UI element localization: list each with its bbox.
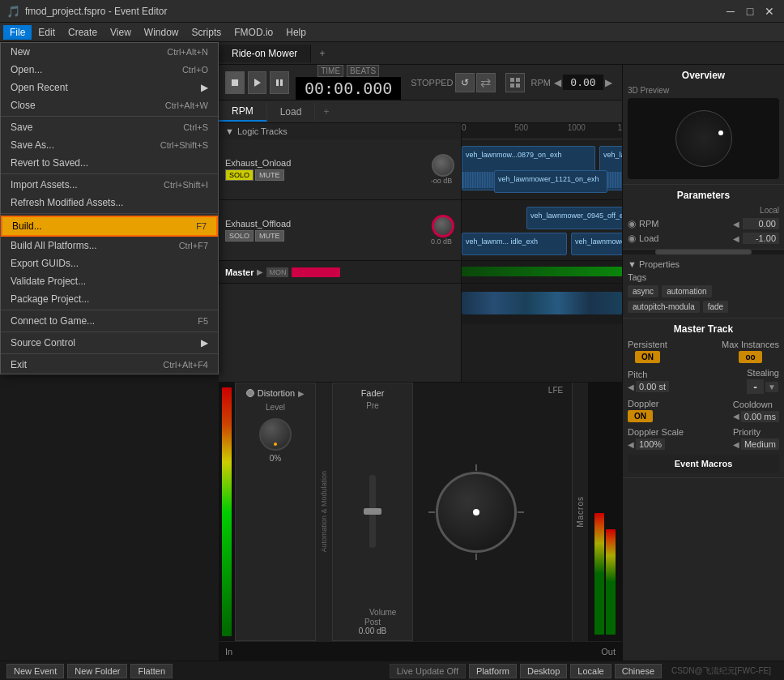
svg-rect-1 xyxy=(516,78,520,82)
platform-value[interactable]: Desktop xyxy=(520,664,567,678)
pause-button[interactable] xyxy=(270,71,289,94)
menu-item-exit[interactable]: Exit Ctrl+Alt+F4 xyxy=(1,356,218,374)
tag-autopitch: autopitch-modula xyxy=(628,301,700,313)
distortion-play-button[interactable]: ▶ xyxy=(298,389,305,398)
persistent-on-button[interactable]: ON xyxy=(635,351,660,363)
menu-window[interactable]: Window xyxy=(138,25,185,40)
menu-item-build-all[interactable]: Build All Platforms... Ctrl+F7 xyxy=(1,237,218,254)
param-tab-rpm[interactable]: RPM xyxy=(219,102,267,122)
loop-button[interactable]: ↺ xyxy=(455,73,475,92)
rpm-prev-button[interactable]: ◀ xyxy=(554,77,561,88)
param-tab-bar: RPM Load + xyxy=(219,101,622,123)
menu-item-open-recent[interactable]: Open Recent ▶ xyxy=(1,79,218,96)
mute-button-onload[interactable]: MUTE xyxy=(255,169,284,181)
load-param-prev[interactable]: ◀ xyxy=(733,234,739,243)
loop-toggle[interactable]: ⇄ xyxy=(476,73,496,92)
menu-item-save[interactable]: Save Ctrl+S xyxy=(1,118,218,136)
menu-item-close[interactable]: Close Ctrl+Alt+W xyxy=(1,96,218,114)
svg-rect-0 xyxy=(510,78,514,82)
fader-handle[interactable] xyxy=(364,508,381,515)
local-label: Local xyxy=(628,206,779,215)
grid-button[interactable] xyxy=(505,73,525,92)
clip-offload-1[interactable]: veh_lawnmower_0945_off_exh xyxy=(526,207,622,229)
app-title: fmod_project.fspro - Event Editor xyxy=(25,6,722,17)
menu-fmodio[interactable]: FMOD.io xyxy=(228,25,279,40)
param-tab-load[interactable]: Load xyxy=(267,103,316,121)
new-folder-button[interactable]: New Folder xyxy=(67,664,127,678)
volume-knob-onload[interactable] xyxy=(432,154,454,177)
menu-file[interactable]: File xyxy=(3,25,32,40)
meter-bar-l xyxy=(594,513,604,635)
clip-offload-4[interactable]: veh_lawnmower_1406_off_exh xyxy=(571,233,622,255)
lfe-label: LFE xyxy=(548,386,563,395)
new-event-button[interactable]: New Event xyxy=(6,664,64,678)
time-mode-label[interactable]: TIME xyxy=(317,65,343,77)
stealing-dropdown[interactable]: ▼ xyxy=(765,382,778,392)
event-macros-section: Event Macros xyxy=(628,455,779,473)
menu-item-revert[interactable]: Revert to Saved... xyxy=(1,154,218,172)
beats-mode-label[interactable]: BEATS xyxy=(347,65,379,77)
master-mon-button[interactable]: MON xyxy=(266,267,288,277)
volume-knob-offload[interactable] xyxy=(432,215,454,237)
stop-button[interactable] xyxy=(225,71,245,94)
distortion-label: Distortion xyxy=(258,388,295,398)
logic-tracks-header[interactable]: ▼ Logic Tracks xyxy=(219,123,461,139)
mute-button-offload[interactable]: MUTE xyxy=(255,230,284,242)
menu-item-package[interactable]: Package Project... xyxy=(1,290,218,308)
vol-label-offload: 0.0 dB xyxy=(431,237,452,246)
tag-fade: fade xyxy=(703,301,728,313)
menu-item-refresh[interactable]: Refresh Modified Assets... xyxy=(1,194,218,212)
menu-item-open[interactable]: Open... Ctrl+O xyxy=(1,61,218,79)
cooldown-prev[interactable]: ◀ xyxy=(733,412,739,421)
parameters-section: Parameters Local ◉ RPM ◀ 0.00 ◉ Load ◀ -… xyxy=(623,185,784,250)
menu-edit[interactable]: Edit xyxy=(32,25,62,40)
menu-item-source-control[interactable]: Source Control ▶ xyxy=(1,334,218,352)
stop-icon xyxy=(232,79,238,86)
distortion-knob[interactable] xyxy=(259,418,292,451)
master-play-button[interactable]: ▶ xyxy=(257,267,263,276)
post-label: Post xyxy=(364,618,381,627)
pitch-prev[interactable]: ◀ xyxy=(628,383,634,391)
level-sub-label: Level xyxy=(266,403,285,412)
knob-indicator xyxy=(274,443,277,446)
rpm-param-prev[interactable]: ◀ xyxy=(733,220,739,229)
close-button[interactable]: ✕ xyxy=(761,3,778,19)
minimize-button[interactable]: ─ xyxy=(722,3,739,19)
solo-button-offload[interactable]: SOLO xyxy=(225,230,254,242)
play-button[interactable] xyxy=(248,71,267,94)
modulation-wheel[interactable] xyxy=(436,472,517,553)
doppler-scale-prev[interactable]: ◀ xyxy=(628,440,634,449)
distortion-indicator[interactable] xyxy=(246,389,254,397)
menu-item-build[interactable]: Build... F7 xyxy=(1,216,218,237)
doppler-on-button[interactable]: ON xyxy=(628,410,653,422)
fader-track-container: Volume xyxy=(369,412,376,611)
rpm-next-button[interactable]: ▶ xyxy=(605,77,612,88)
menu-item-export-guids[interactable]: Export GUIDs... xyxy=(1,254,218,272)
menu-view[interactable]: View xyxy=(104,25,138,40)
modulation-wheel-area xyxy=(413,383,539,641)
tab-ride-on-mower[interactable]: Ride-on Mower xyxy=(219,45,311,62)
menu-item-connect[interactable]: Connect to Game... F5 xyxy=(1,312,218,330)
clip-onload-3[interactable]: veh_lawnmower_1121_on_exh xyxy=(494,170,607,193)
in-out-bar: In Out xyxy=(219,641,622,661)
tab-add-button[interactable]: + xyxy=(311,45,333,62)
priority-prev[interactable]: ◀ xyxy=(733,440,739,449)
maximize-button[interactable]: □ xyxy=(742,3,758,19)
max-instances-button[interactable]: oo xyxy=(739,351,761,363)
locale-value[interactable]: Chinese xyxy=(615,664,662,678)
param-tab-add[interactable]: + xyxy=(315,103,337,121)
clip-offload-3[interactable]: veh_lawnm... idle_exh xyxy=(462,233,567,255)
menu-item-validate[interactable]: Validate Project... xyxy=(1,272,218,290)
menu-help[interactable]: Help xyxy=(279,25,313,40)
menu-item-save-as[interactable]: Save As... Ctrl+Shift+S xyxy=(1,136,218,154)
menu-item-import[interactable]: Import Assets... Ctrl+Shift+I xyxy=(1,176,218,194)
track-exhaust-offload: Exhaust_Offload SOLO MUTE 0.0 dB xyxy=(219,200,461,261)
live-update-indicator[interactable]: Live Update Off xyxy=(390,664,466,678)
menu-create[interactable]: Create xyxy=(62,25,104,40)
menu-item-new[interactable]: New Ctrl+Alt+N xyxy=(1,43,218,61)
solo-button-onload[interactable]: SOLO xyxy=(225,169,254,181)
flatten-button[interactable]: Flatten xyxy=(130,664,173,678)
out-label: Out xyxy=(601,647,616,656)
right-panel-scrollbar[interactable] xyxy=(623,250,784,254)
menu-scripts[interactable]: Scripts xyxy=(185,25,228,40)
